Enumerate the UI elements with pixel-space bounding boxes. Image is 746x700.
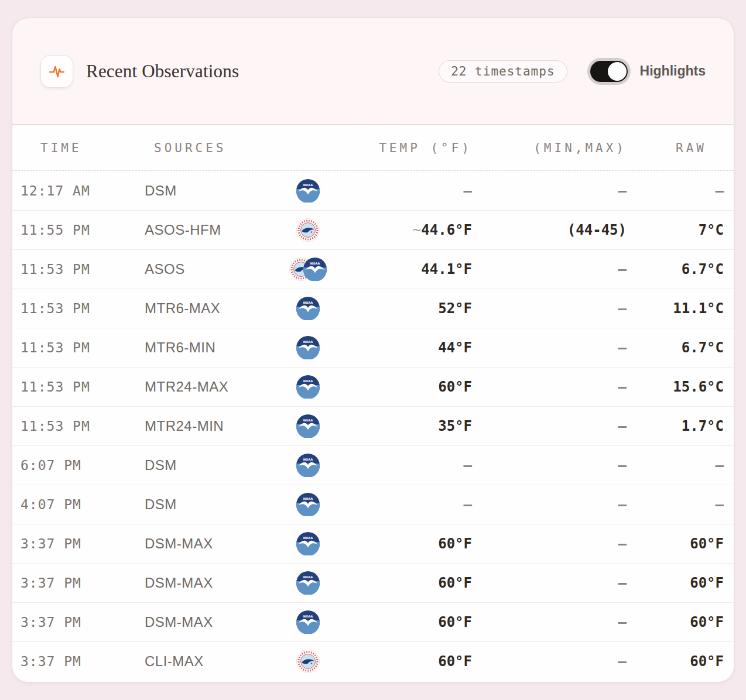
cell-source: CLI-MAX	[138, 653, 285, 670]
cell-source-icons: NOAA	[285, 297, 331, 320]
cell-source-icons: NOAA	[285, 610, 331, 634]
cell-source: MTR24-MAX	[138, 379, 285, 395]
svg-text:NOAA: NOAA	[303, 340, 313, 344]
cell-temp: 60°F	[331, 653, 490, 670]
cell-source: DSM-MAX	[138, 614, 285, 630]
cell-minmax: –	[490, 614, 642, 630]
cell-minmax: –	[490, 457, 642, 473]
cell-raw: 60°F	[642, 614, 734, 630]
cell-source-icons: NOAA	[285, 336, 331, 359]
svg-text:NOAA: NOAA	[303, 458, 313, 461]
table-row: 11:53 PM ASOS NOAA 44.1°F – 6.7°C	[12, 249, 734, 289]
cell-source-icons: NOAA	[285, 414, 331, 438]
cell-raw: 6.7°C	[642, 339, 734, 356]
svg-text:NOAA: NOAA	[303, 418, 313, 422]
pulse-icon	[47, 62, 66, 81]
cell-raw: 6.7°C	[642, 261, 734, 277]
noaa-icon: NOAA	[296, 532, 320, 555]
cell-raw: 60°F	[642, 653, 734, 670]
cell-minmax: –	[490, 418, 642, 434]
cell-temp: 44.1°F	[331, 261, 490, 277]
cell-raw: 15.6°C	[642, 379, 734, 395]
noaa-icon: NOAA	[296, 375, 320, 399]
noaa-icon: NOAA	[296, 610, 320, 634]
cell-time: 3:37 PM	[12, 615, 138, 630]
cell-source: ASOS-HFM	[138, 222, 285, 238]
cell-source-icons: NOAA	[285, 454, 331, 477]
cell-minmax: –	[490, 379, 642, 395]
cell-temp: 60°F	[331, 379, 490, 395]
noaa-icon: NOAA	[296, 493, 320, 516]
table-row: 12:17 AM DSM NOAA – – –	[12, 171, 734, 210]
table-header-row: TIME SOURCES TEMP (°F) (MIN,MAX) RAW	[12, 125, 734, 171]
cell-temp: –	[331, 457, 490, 473]
cell-time: 11:53 PM	[12, 379, 138, 394]
cell-time: 3:37 PM	[12, 536, 138, 551]
svg-text:NOAA: NOAA	[303, 301, 313, 304]
column-header-minmax: (MIN,MAX)	[490, 141, 642, 155]
cell-source: DSM-MAX	[138, 575, 285, 591]
svg-text:NOAA: NOAA	[303, 379, 313, 383]
cell-time: 11:53 PM	[12, 262, 138, 277]
svg-text:NOAA: NOAA	[303, 497, 313, 500]
cell-temp: 60°F	[331, 575, 490, 591]
cell-minmax: –	[490, 496, 642, 513]
svg-text:NOAA: NOAA	[310, 262, 320, 265]
noaa-icon: NOAA	[296, 571, 320, 595]
cell-source-icons: NOAA	[285, 493, 331, 516]
recent-observations-page: Recent Observations 22 timestamps Highli…	[0, 0, 746, 700]
noaa-icon: NOAA	[296, 179, 320, 203]
cell-time: 11:53 PM	[12, 418, 138, 434]
noaa-icon: NOAA	[303, 258, 327, 281]
svg-text:NOAA: NOAA	[303, 536, 313, 540]
cell-temp: 60°F	[331, 536, 490, 552]
cell-raw: 11.1°C	[642, 300, 734, 317]
table-row: 11:53 PM MTR24-MAX NOAA 60°F – 15.6°C	[12, 367, 734, 406]
cell-raw: –	[642, 457, 734, 473]
pulse-icon-tile	[40, 55, 73, 88]
svg-text:NOAA: NOAA	[303, 615, 313, 618]
cell-temp: 60°F	[331, 614, 490, 630]
table-row: 11:55 PM ASOS-HFM ~44.6°F (44-45) 7°C	[12, 210, 734, 249]
cell-source-icons	[285, 650, 331, 673]
cell-source-icons: NOAA	[285, 571, 331, 595]
cell-source: MTR6-MIN	[138, 339, 285, 356]
cell-raw: 60°F	[642, 536, 734, 552]
highlights-toggle[interactable]	[587, 58, 631, 85]
cell-source-icons: NOAA	[285, 532, 331, 555]
approx-tilde: ~	[413, 222, 421, 238]
cell-minmax: –	[490, 653, 642, 670]
table-row: 3:37 PM DSM-MAX NOAA 60°F – 60°F	[12, 602, 734, 641]
noaa-icon: NOAA	[296, 454, 320, 477]
cell-temp: –	[331, 183, 490, 199]
cell-source-icons: NOAA	[285, 258, 331, 281]
cell-source: DSM	[138, 183, 285, 199]
noaa-icon: NOAA	[296, 414, 320, 438]
svg-text:NOAA: NOAA	[303, 575, 313, 579]
table-row: 11:53 PM MTR6-MIN NOAA 44°F – 6.7°C	[12, 328, 734, 367]
observations-card: Recent Observations 22 timestamps Highli…	[12, 18, 734, 682]
cell-minmax: –	[490, 536, 642, 552]
cell-source: DSM-MAX	[138, 536, 285, 552]
cell-minmax: –	[490, 300, 642, 317]
table-row: 4:07 PM DSM NOAA – – –	[12, 485, 734, 524]
cell-time: 11:53 PM	[12, 301, 138, 316]
cell-minmax: (44-45)	[490, 222, 642, 238]
noaa-icon: NOAA	[296, 336, 320, 359]
column-header-sources: SOURCES	[138, 141, 285, 155]
cell-raw: –	[642, 183, 734, 199]
cell-source: DSM	[138, 457, 285, 473]
table-row: 3:37 PM DSM-MAX NOAA 60°F – 60°F	[12, 563, 734, 602]
toggle-track	[590, 61, 628, 82]
cell-source-icons: NOAA	[285, 179, 331, 203]
table-row: 11:53 PM MTR24-MIN NOAA 35°F – 1.7°C	[12, 406, 734, 445]
cell-minmax: –	[490, 183, 642, 199]
observations-table: TIME SOURCES TEMP (°F) (MIN,MAX) RAW 12:…	[12, 124, 734, 682]
nws-seal-icon	[296, 218, 320, 242]
cell-time: 3:37 PM	[12, 575, 138, 591]
card-header: Recent Observations 22 timestamps Highli…	[12, 18, 734, 124]
nws-seal-icon	[296, 650, 320, 673]
column-header-time: TIME	[12, 141, 138, 155]
cell-source: MTR6-MAX	[138, 300, 285, 317]
cell-time: 4:07 PM	[12, 497, 138, 512]
